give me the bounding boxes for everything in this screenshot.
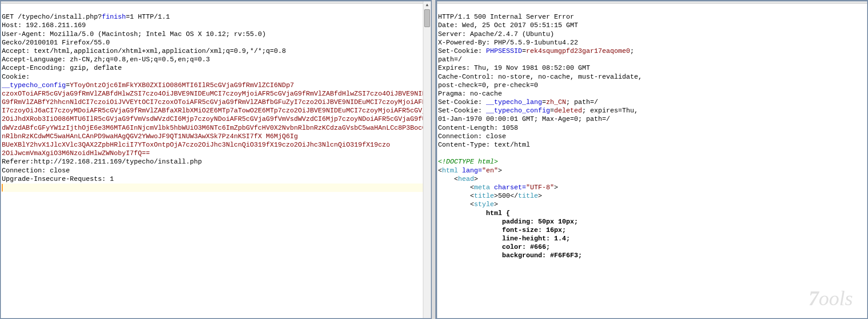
response-pane: HTTP/1.1 500 Internal Server Error Date:… (436, 0, 868, 319)
response-status: HTTP/1.1 500 Internal Server Error (438, 13, 574, 21)
header-user-agent-2: Gecko/20100101 Firefox/55.0 (2, 39, 110, 47)
header-accept-encoding: Accept-Encoding: gzip, deflate (2, 64, 122, 72)
setcookie2-value: zh_CN (546, 99, 566, 106)
param-value: =1 (126, 13, 134, 21)
param-name: finish (102, 13, 126, 21)
pane-separator[interactable] (431, 0, 436, 319)
header-connection: Connection: close (2, 167, 70, 175)
setcookie1-value: rek4squmgpfd23gar17eaqome0 (526, 48, 630, 55)
setcookie1-label: Set-Cookie: (438, 48, 486, 55)
cookie-value-8: BUeXBlY2hvX1JlcXVlc3QAX2ZpbHRlciI7YToxOn… (2, 141, 390, 149)
header-cookie-label: Cookie: (2, 73, 30, 81)
header-expires: Expires: Thu, 19 Nov 1981 08:52:00 GMT (438, 64, 590, 72)
header-cache-control-1: Cache-Control: no-store, no-cache, must-… (438, 73, 642, 81)
header-accept: Accept: text/html,application/xhtml+xml,… (2, 48, 286, 55)
response-editor[interactable]: HTTP/1.1 500 Internal Server Error Date:… (437, 4, 867, 270)
title-text: 500 (498, 192, 510, 200)
cookie-value-2: czoxOToiAFR5cGVjaG9fRmVlZABfdHlwZSI7czo4… (2, 90, 431, 98)
header-connection: Connection: close (438, 133, 506, 140)
charset-value: "UTF-8" (526, 184, 554, 191)
request-path: /typecho/install.php? (18, 13, 102, 21)
cookie-value-1: YToyOntzOjc6ImFkYXB0ZXIiO086MTI6IlR5cGVj… (70, 82, 294, 89)
header-user-agent-1: User-Agent: Mozilla/5.0 (Macintosh; Inte… (2, 31, 266, 38)
header-date: Date: Wed, 25 Oct 2017 05:51:15 GMT (438, 22, 578, 29)
css-rule-2: padding: 50px 10px; (438, 218, 578, 226)
scrollbar-thumb[interactable] (424, 9, 430, 27)
request-pane: GET /typecho/install.php?finish=1 HTTP/1… (0, 0, 431, 319)
head-tag: head (458, 175, 474, 183)
html-tag: html (442, 167, 458, 175)
text-cursor (2, 184, 3, 191)
setcookie2-name: __typecho_lang (486, 99, 542, 106)
cookie-value-7: nRlbnRzKCdwMC5waHAnLCAnPD9waHAgQGV2YWwoJ… (2, 133, 298, 140)
css-rule-4: line-height: 1.4; (438, 235, 570, 243)
cookie-value-9: 2OiJwcmVmaXgiO3M6NzoidHlwZWNobyI7fQ== (2, 150, 150, 157)
header-referer: Referer:http://192.168.211.169/typecho/i… (2, 158, 202, 166)
watermark-logo: 7ools (808, 286, 853, 312)
header-pragma: Pragma: no-cache (438, 90, 502, 98)
setcookie2-label: Set-Cookie: (438, 99, 486, 106)
style-tag: style (474, 201, 494, 208)
header-content-length: Content-Length: 1058 (438, 124, 518, 132)
css-rule-1: html { (438, 210, 510, 217)
header-server: Server: Apache/2.4.7 (Ubuntu) (438, 31, 554, 38)
cookie-name: __typecho_config (2, 82, 66, 89)
setcookie1-path: path=/ (438, 56, 462, 64)
lang-attr: lang= (458, 167, 482, 175)
setcookie1-name: PHPSESSID (486, 48, 522, 55)
html-doctype: <!DOCTYPE html> (438, 158, 498, 166)
http-version: HTTP/1.1 (134, 13, 170, 21)
charset-attr: charset= (490, 184, 526, 191)
request-scrollbar[interactable]: ▲ (423, 1, 431, 318)
header-accept-language: Accept-Language: zh-CN,zh;q=0.8,en-US;q=… (2, 56, 210, 64)
cookie-value-3: G9fRmVlZABfY2hhcnNldCI7czoiOiJVVEYtOCI7c… (2, 99, 431, 106)
css-rule-3: font-size: 16px; (438, 227, 566, 234)
cursor-line (2, 183, 430, 192)
cookie-value-6: dWVzdABfcGFyYW1zIjthOjE6e3M6MTA6InNjcmVl… (2, 124, 431, 132)
scrollbar-up-icon[interactable]: ▲ (423, 1, 431, 9)
header-upgrade: Upgrade-Insecure-Requests: 1 (2, 175, 114, 183)
title-tag-close: title (518, 192, 538, 200)
header-content-type: Content-Type: text/html (438, 141, 530, 149)
header-x-powered-by: X-Powered-By: PHP/5.5.9-1ubuntu4.22 (438, 39, 578, 47)
setcookie3-params: 01-Jan-1970 00:00:01 GMT; Max-Age=0; pat… (438, 116, 610, 123)
meta-tag: meta (474, 184, 490, 191)
http-method: GET (2, 13, 14, 21)
cookie-eq: = (66, 82, 70, 89)
lang-value: "en" (482, 167, 498, 175)
setcookie3-label: Set-Cookie: (438, 107, 486, 115)
request-editor[interactable]: GET /typecho/install.php?finish=1 HTTP/1… (1, 4, 431, 210)
css-rule-5: color: #666; (438, 243, 550, 251)
header-host: Host: 192.168.211.169 (2, 22, 86, 29)
setcookie3-name: __typecho_config (486, 107, 550, 115)
header-cache-control-2: post-check=0, pre-check=0 (438, 82, 538, 89)
cookie-value-5: 2OiJhdXRob3IiO086MTU6IlR5cGVjaG9fVmVsdWV… (2, 116, 431, 123)
title-tag-open: title (474, 192, 494, 200)
css-rule-6: background: #F6F6F3; (438, 252, 582, 259)
setcookie3-value: deleted (554, 107, 582, 115)
cookie-value-4: I7czoyOiJ6aCI7czoyMDoiAFR5cGVjaG9fRmVlZA… (2, 107, 430, 115)
